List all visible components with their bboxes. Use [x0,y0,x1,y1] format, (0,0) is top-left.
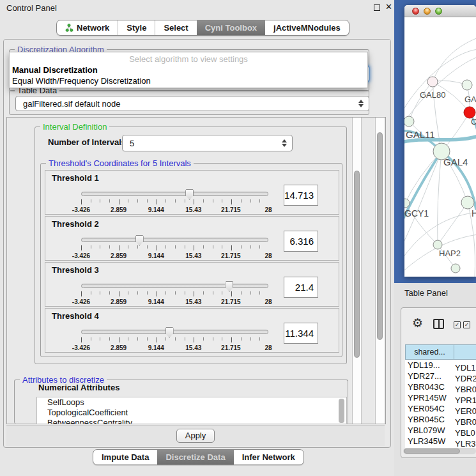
tab-jactivemnodules[interactable]: jActiveMNodules [265,20,349,35]
numerical-attributes-label: Numerical Attributes [38,383,119,392]
tab-label: jActiveMNodules [273,23,341,33]
node-label-hap2: HAP2 [439,249,461,258]
slider-track[interactable] [81,330,268,334]
algorithm-dropdown-popup: Select algorithm to view settings Manual… [9,52,368,88]
node-label-partial-ga: GA [464,95,476,104]
threshold-row-1: Threshold 1 -3.4262.8599.14415.4321.7152… [45,170,339,215]
tab-label: Network [77,23,109,33]
tab-style[interactable]: Style [118,20,155,35]
interval-group-title: Interval Definition [40,122,109,132]
table-row[interactable]: YPR145WYPR1 [405,392,476,403]
slider-handle[interactable] [185,189,194,200]
table-row[interactable]: YDL19...YDL1 [405,360,476,371]
apply-button[interactable]: Apply [176,429,215,443]
network-window: GAL80 GA C GAL11 GAL4 GCY1 H HAP2 [404,5,476,277]
node-hap2[interactable] [433,240,442,249]
threshold-slider[interactable]: -3.4262.8599.14415.4321.71528 [81,282,268,307]
list-item[interactable]: BetweennessCentrality [37,418,346,424]
list-item[interactable]: TopologicalCoefficient [37,408,346,418]
num-intervals-combobox[interactable]: 5 [122,135,293,151]
dropdown-option-equal-width[interactable]: Equal Width/Frequency Discretization [10,75,367,86]
slider-handle[interactable] [135,235,144,246]
node-gal80[interactable] [427,77,438,87]
table-panel: ⚙ ✓ ✓ shared... n YDL19...YDL1 YDR27...Y… [401,307,476,458]
bottom-tabstrip: Impute Data Discretize Data Infer Networ… [93,449,304,465]
node-top-right[interactable] [462,80,472,90]
column-header-shared-name[interactable]: shared... [405,344,454,360]
outer-scrollbar-thumb[interactable] [377,132,383,340]
num-intervals-value: 5 [130,139,134,148]
close-traffic-light-icon[interactable] [412,8,419,15]
network-icon [65,24,73,32]
threshold-slider[interactable]: -3.4262.8599.14415.4321.71528 [81,236,268,261]
tab-label: Select [164,23,188,33]
node-label-gcy1: GCY1 [404,208,429,219]
table-row[interactable]: YBL079WYBL0 [405,425,476,436]
table-data-combobox-value: galFiltered.sif default node [23,99,120,109]
horizontal-scrollbar-thumb[interactable] [404,449,460,454]
slider-track[interactable] [81,238,268,242]
threshold-value-field[interactable]: 11.344 [284,323,318,344]
interval-definition-group: Interval Definition Number of Intervals … [35,127,347,364]
threshold-label: Threshold 4 [52,311,99,321]
tab-select[interactable]: Select [155,20,196,35]
slider-ticks [81,245,269,250]
close-icon[interactable]: ✕ [385,2,392,12]
slider-handle[interactable] [225,281,233,292]
tab-network[interactable]: Network [57,20,118,35]
zoom-traffic-light-icon[interactable] [435,8,442,15]
thresholds-group-title: Threshold's Coordinates for 5 Intervals [46,158,194,168]
inner-scrollbar-thumb[interactable] [354,171,360,358]
thresholds-group: Threshold's Coordinates for 5 Intervals … [40,163,342,357]
float-window-icon[interactable] [374,4,380,11]
minimize-traffic-light-icon[interactable] [424,8,431,15]
tab-label: Discretize Data [165,452,225,462]
table-row[interactable]: YDR27...YDR2 [405,371,476,381]
checkbox-icon[interactable]: ✓ [463,321,470,328]
table-data-combobox[interactable]: galFiltered.sif default node [15,96,369,111]
slider-track[interactable] [81,192,268,196]
list-item[interactable]: SelfLoops [37,397,346,408]
slider-track[interactable] [81,284,268,288]
dropdown-option-manual[interactable]: Manual Discretization [10,65,367,75]
threshold-row-4: Threshold 4 -3.4262.8599.14415.4321.7152… [45,308,339,353]
control-panel: Control Panel ✕ Network Style Select Cyn… [0,0,394,476]
tab-label: Impute Data [102,452,149,462]
network-canvas[interactable]: GAL80 GA C GAL11 GAL4 GCY1 H HAP2 [404,17,476,277]
split-columns-icon[interactable] [433,319,444,329]
top-tabstrip: Network Style Select Cyni Toolbox jActiv… [56,20,349,36]
table-row[interactable]: YBR043CYBR0 [405,381,476,392]
panel-title: Control Panel [6,3,57,13]
threshold-row-3: Threshold 3 -3.4262.8599.14415.4321.7152… [45,262,339,307]
node-gal11[interactable] [404,116,414,127]
column-header-name[interactable]: n [454,344,476,360]
node-right[interactable] [461,196,474,209]
threshold-slider[interactable]: -3.4262.8599.14415.4321.71528 [81,190,268,215]
table-row[interactable]: YLR345WYLR3 [405,436,476,447]
threshold-value-field[interactable]: 21.4 [284,277,318,298]
node-bottom[interactable] [451,264,460,273]
checkbox-icon[interactable]: ✓ [454,321,461,328]
outer-scrollbar[interactable] [375,118,385,424]
threshold-label: Threshold 3 [52,265,99,275]
tab-discretize-data[interactable]: Discretize Data [157,450,233,464]
table-row[interactable]: YBR045CYBR0 [405,414,476,425]
list-scrollbar[interactable] [339,399,344,423]
num-intervals-label: Number of Intervals [48,137,126,147]
tab-cyni-toolbox[interactable]: Cyni Toolbox [197,20,265,35]
threshold-value-field[interactable]: 14.713 [284,185,318,206]
node-label-gal4: GAL4 [443,157,468,167]
table-data-group: Table Data galFiltered.sif default node [9,90,369,115]
threshold-value-field[interactable]: 6.316 [284,231,318,252]
tab-impute-data[interactable]: Impute Data [93,450,157,464]
horizontal-scrollbar[interactable] [403,448,476,454]
control-panel-titlebar: Control Panel ✕ [0,0,394,15]
tab-label: Cyni Toolbox [205,23,257,33]
tab-infer-network[interactable]: Infer Network [234,450,303,464]
threshold-slider[interactable]: -3.4262.8599.14415.4321.71528 [81,328,268,353]
gear-icon[interactable]: ⚙ [412,316,423,330]
inner-scrollbar[interactable] [352,118,362,424]
slider-handle[interactable] [165,327,174,338]
right-region: GAL80 GA C GAL11 GAL4 GCY1 H HAP2 Table … [394,0,476,476]
table-row[interactable]: YER054CYER0 [405,403,476,414]
